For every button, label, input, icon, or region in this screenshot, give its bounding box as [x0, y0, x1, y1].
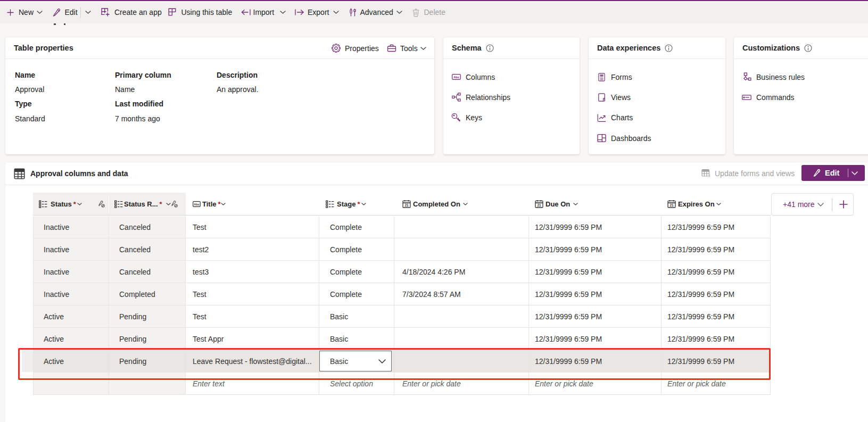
svg-text:21: 21 [404, 203, 409, 207]
svg-text:Abc: Abc [194, 202, 200, 205]
svg-text:21: 21 [669, 203, 674, 207]
svg-text:21: 21 [537, 203, 541, 207]
svg-text:Abc: Abc [453, 76, 459, 79]
